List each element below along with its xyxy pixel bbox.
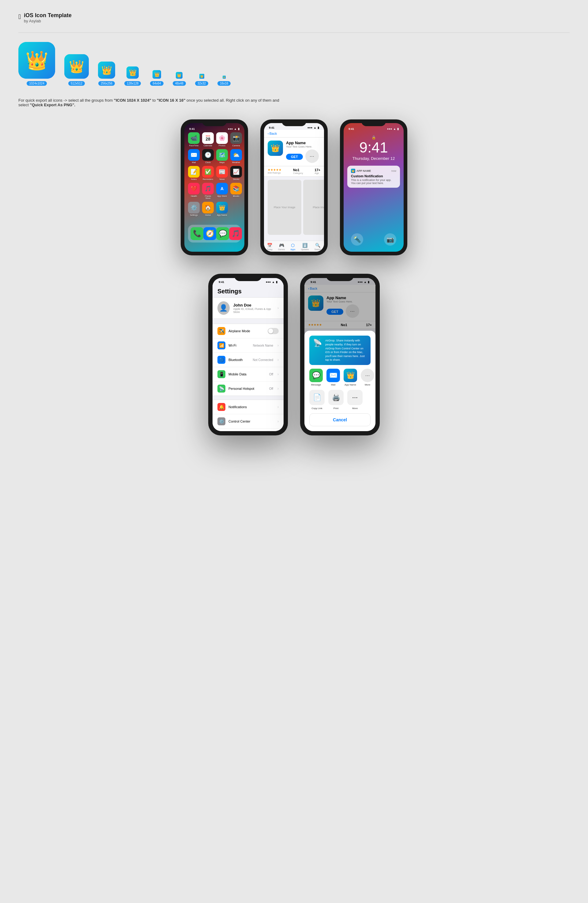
hotspot-arrow: › bbox=[277, 387, 279, 391]
battery-icon: ▮ bbox=[238, 127, 239, 131]
profile-subtitle: Apple ID, iCloud, iTunes & App Store bbox=[233, 307, 274, 313]
app-weather[interactable]: ⛅ Weather bbox=[230, 149, 242, 164]
statusbar-settings: 9:41 ●●● ▲ ▮ bbox=[212, 278, 284, 285]
tab-today[interactable]: 📅 Today bbox=[267, 243, 272, 250]
airdrop-banner: 📡 AirDrop. Share instantly with people n… bbox=[309, 336, 371, 365]
share-action-copylink[interactable]: 📄 Copy Link bbox=[309, 390, 325, 410]
app-camera[interactable]: 📸 Camera bbox=[230, 132, 242, 147]
share-app-mail[interactable]: ✉️ Mail bbox=[327, 369, 340, 386]
settings-notifications[interactable]: 🔔 Notifications › bbox=[212, 400, 284, 414]
app-news-label: News bbox=[219, 178, 225, 180]
back-button[interactable]: ‹ Back bbox=[268, 132, 277, 135]
get-button[interactable]: GET bbox=[286, 154, 303, 160]
app-mail[interactable]: ✉️ Mail bbox=[188, 149, 200, 164]
share-app-appname[interactable]: 👑 App Name bbox=[344, 369, 357, 386]
age-section: 17+ Age bbox=[314, 168, 320, 175]
actions-more-label: More bbox=[352, 407, 358, 410]
app-settings[interactable]: ⚙️ Settings bbox=[188, 202, 200, 216]
size-badge-32: 32x32 bbox=[195, 81, 208, 86]
status-time-lock: 9:41 bbox=[349, 127, 354, 131]
settings-bluetooth[interactable]: 🔵 Bluetooth Not Connected › bbox=[212, 353, 284, 367]
app-home[interactable]: 🏠 Home bbox=[202, 202, 214, 216]
app-header-info: App Name Your Text Goes Here. GET ··· bbox=[286, 140, 320, 163]
share-action-more[interactable]: ··· More bbox=[347, 390, 363, 410]
phone-homescreen: 9:41 ●●● ▲ ▮ 📹 FaceTime MON28 Calenda bbox=[181, 120, 248, 255]
settings-section-connectivity: ✈️ Airplane Mode 📶 Wi-Fi Network Name › … bbox=[212, 324, 284, 396]
app-ibooks[interactable]: 📚 iBooks bbox=[230, 183, 242, 199]
copylink-label: Copy Link bbox=[311, 407, 322, 410]
airplane-toggle[interactable] bbox=[268, 328, 279, 334]
status-icons-lock: ●●● ▲ ▮ bbox=[387, 127, 399, 131]
size-badge-16: 16x16 bbox=[217, 81, 231, 86]
settings-control-center[interactable]: ⚙️ Control Center › bbox=[212, 414, 284, 429]
app-clock[interactable]: 🕐 Clock bbox=[202, 149, 214, 164]
tab-updates[interactable]: ⬇️ Updates bbox=[301, 243, 309, 250]
share-more-dots[interactable]: ··· bbox=[361, 369, 374, 382]
games-icon: 🎮 bbox=[279, 243, 284, 248]
dock-safari[interactable]: 🧭 bbox=[203, 227, 216, 240]
settings-profile[interactable]: 👤 John Doe Apple ID, iCloud, iTunes & Ap… bbox=[212, 297, 284, 319]
app-notes[interactable]: 📝 Notes bbox=[188, 166, 200, 180]
tab-search[interactable]: 🔍 Search bbox=[314, 243, 321, 250]
mobile-data-arrow: › bbox=[277, 372, 279, 376]
cancel-button[interactable]: Cancel bbox=[309, 414, 371, 426]
camera-button[interactable]: 📷 bbox=[384, 233, 396, 245]
ratings-count: 808 Ratings bbox=[268, 171, 281, 174]
settings-section-notif: 🔔 Notifications › ⚙️ Control Center › 🌙 … bbox=[212, 400, 284, 431]
dock-messages[interactable]: 💬 bbox=[216, 227, 229, 240]
dock-music[interactable]: 🎵 bbox=[229, 227, 242, 240]
notif-app-label: APP NAME bbox=[357, 169, 371, 172]
mobile-data-icon: 📱 bbox=[217, 370, 225, 378]
share-actions-row: 📄 Copy Link 🖨️ Print ··· More bbox=[309, 390, 371, 410]
app-itunes-store[interactable]: 🎵 iTunes Store bbox=[202, 183, 214, 199]
settings-airplane[interactable]: ✈️ Airplane Mode bbox=[212, 324, 284, 338]
phone-lockscreen: 9:41 ●●● ▲ ▮ 🔒 9:41 Thursday, December 1… bbox=[340, 120, 407, 255]
icon-sizes-row: 👑 1024x1024 👑 512x512 👑 256x256 👑 128x12… bbox=[18, 42, 570, 92]
app-news[interactable]: 📰 News bbox=[216, 166, 228, 180]
app-calendar[interactable]: MON28 Calendar bbox=[202, 132, 214, 147]
dock-bar: 📞 🧭 💬 🎵 bbox=[188, 225, 241, 242]
app-appname[interactable]: 👑 App Name bbox=[216, 202, 228, 216]
app-photos[interactable]: 🌸 Photos bbox=[216, 132, 228, 147]
export-note-bold1: "ICON 1024 X 1024" bbox=[114, 98, 151, 102]
category-section: No1 Category bbox=[293, 168, 303, 175]
settings-hotspot[interactable]: 📡 Personal Hotspot Off › bbox=[212, 382, 284, 396]
icon-size-48: 👑 48x48 bbox=[173, 72, 186, 86]
appstore-display: 9:41 ●●● ▲ ▮ ‹ Back 👑 App Name Your Text bbox=[264, 123, 324, 252]
appstore-tabs: 📅 Today 🎮 Games ⬡ Apps ⬇️ Updates 🔍 bbox=[264, 241, 324, 252]
export-note-to: to bbox=[153, 98, 157, 102]
flashlight-button[interactable]: 🔦 bbox=[351, 233, 363, 245]
tab-games[interactable]: 🎮 Games bbox=[278, 243, 285, 250]
bluetooth-arrow: › bbox=[277, 358, 279, 362]
settings-dnd[interactable]: 🌙 Do not disturb › bbox=[212, 429, 284, 431]
app-facetime[interactable]: 📹 FaceTime bbox=[188, 132, 200, 147]
status-icons-set: ●●● ▲ ▮ bbox=[266, 280, 277, 283]
tab-apps[interactable]: ⬡ Apps bbox=[290, 243, 295, 250]
page-title: iOS Icon Template bbox=[24, 12, 72, 19]
copylink-icon: 📄 bbox=[309, 390, 325, 405]
settings-mobile-data[interactable]: 📱 Mobile Data Off › bbox=[212, 367, 284, 382]
icon-256: 👑 bbox=[98, 61, 115, 79]
page-header:  iOS Icon Template by Asylab bbox=[18, 12, 570, 23]
more-button[interactable]: ··· bbox=[305, 149, 319, 163]
apple-logo-icon:  bbox=[18, 13, 21, 21]
app-reminders[interactable]: ✅ Reminders bbox=[202, 166, 214, 180]
share-app-more[interactable]: ··· More bbox=[361, 369, 374, 386]
settings-wifi[interactable]: 📶 Wi-Fi Network Name › bbox=[212, 338, 284, 353]
share-app-messages[interactable]: 💬 Message bbox=[309, 369, 323, 386]
phone-appstore: 9:41 ●●● ▲ ▮ ‹ Back 👑 App Name Your Text bbox=[260, 120, 328, 255]
app-stocks[interactable]: 📈 Stocks bbox=[230, 166, 242, 180]
icon-32: 👑 bbox=[200, 74, 204, 79]
dock-phone[interactable]: 📞 bbox=[190, 227, 203, 240]
app-maps[interactable]: 🗺️ Maps bbox=[216, 149, 228, 164]
icon-size-1024: 👑 1024x1024 bbox=[18, 42, 55, 86]
notif-app-name: 👑 APP NAME bbox=[351, 169, 371, 173]
share-action-print[interactable]: 🖨️ Print bbox=[328, 390, 344, 410]
notifications-icon: 🔔 bbox=[217, 403, 225, 411]
category-label: Category bbox=[293, 172, 303, 175]
screenshot-2: Place Ima... bbox=[303, 180, 324, 235]
app-health[interactable]: ❤️ Health bbox=[188, 183, 200, 199]
icon-size-512: 👑 512x512 bbox=[64, 54, 89, 86]
tab-apps-label: Apps bbox=[290, 249, 295, 250]
app-appstore[interactable]: A App Store bbox=[216, 183, 228, 199]
